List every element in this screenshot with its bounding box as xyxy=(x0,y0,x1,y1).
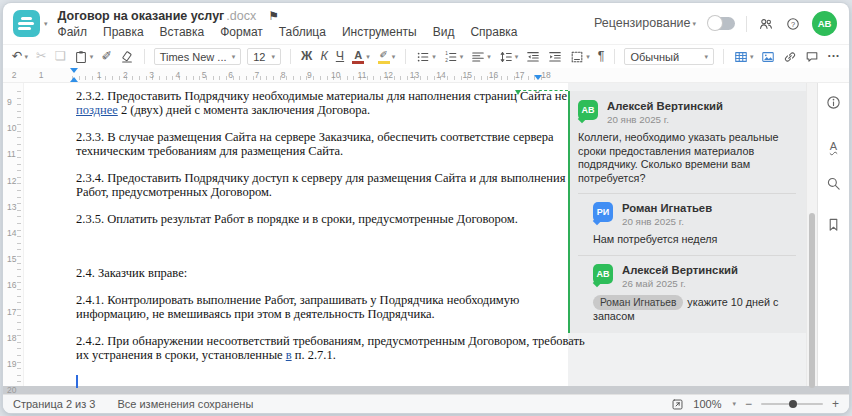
comment[interactable]: РИРоман Игнатьев20 янв 2025 г.Нам потреб… xyxy=(593,202,796,247)
highlight-color-button[interactable]: ✐ ▾ xyxy=(377,48,397,66)
table-icon xyxy=(734,50,748,64)
copy-button[interactable]: ❏ xyxy=(53,48,66,66)
comment[interactable]: АВАлексей Вертинский26 май 2025 г.Роман … xyxy=(593,264,796,324)
vertical-ruler[interactable]: 91011121314151617181920 xyxy=(3,83,24,386)
font-color-label: А xyxy=(354,50,362,60)
menu-item[interactable]: Правка xyxy=(103,25,144,39)
text-line: 2.4. Заказчик вправе: xyxy=(76,266,542,280)
align-button[interactable]: ▾ xyxy=(470,48,492,66)
zoom-in-button[interactable]: + xyxy=(832,397,839,411)
insert-image-button[interactable] xyxy=(760,48,776,66)
ruler-number: 15 xyxy=(7,254,16,264)
paragraphs-container: 2.3.2. Предоставить Подрядчику необходим… xyxy=(76,89,542,362)
search-button[interactable] xyxy=(826,176,841,195)
paragraph-shading-button[interactable]: ▾ xyxy=(569,48,591,66)
text-run: 2.3.5. Оплатить результат Работ в порядк… xyxy=(76,212,518,226)
bookmarks-button[interactable] xyxy=(826,217,841,236)
ruler-number: 1 xyxy=(39,70,44,80)
page-indicator[interactable]: Страница 2 из 3 xyxy=(13,398,95,410)
cut-button[interactable]: ✂ xyxy=(35,48,47,66)
insert-link-button[interactable] xyxy=(782,48,798,66)
ruler-number: 16 xyxy=(7,280,16,290)
zoom-value[interactable]: 100% xyxy=(693,398,721,410)
comment-author: Роман Игнатьев xyxy=(622,202,712,214)
ruler-number: 10 xyxy=(331,70,340,80)
app-menu-button[interactable]: ▾ xyxy=(13,10,48,37)
more-tools-button[interactable]: ··· xyxy=(826,48,841,66)
horizontal-ruler[interactable]: 21123456789101112131415161718 xyxy=(3,68,849,83)
menu-item[interactable]: Формат xyxy=(220,25,263,39)
insert-table-button[interactable]: ▾ xyxy=(733,48,755,66)
decrease-indent-button[interactable] xyxy=(525,48,541,66)
ruler-number: 17 xyxy=(515,70,524,80)
bold-button[interactable]: Ж xyxy=(300,48,313,66)
ruler-number: 13 xyxy=(7,202,16,212)
menu-item[interactable]: Справка xyxy=(470,25,517,39)
review-mode-dropdown[interactable]: Рецензирование ▾ xyxy=(593,15,697,33)
zoom-slider[interactable] xyxy=(761,403,823,405)
chevron-down-icon: ▾ xyxy=(392,53,396,60)
text-line: Работ, предусмотренных Договором. xyxy=(76,185,542,199)
favorite-flag-icon[interactable]: ⚑ xyxy=(268,9,279,23)
text-line: техническим требованиям для размещения С… xyxy=(76,144,542,158)
menu-item[interactable]: Файл xyxy=(58,25,88,39)
font-size-select[interactable]: 12▾ xyxy=(247,48,281,65)
comment-thread-card[interactable]: АВАлексей Вертинский20 янв 2025 г.Коллег… xyxy=(568,91,806,333)
italic-button[interactable]: К xyxy=(319,48,328,66)
divider xyxy=(405,49,406,64)
paste-button[interactable]: ▾ xyxy=(73,48,95,66)
ruler-number: 18 xyxy=(7,333,16,343)
search-icon xyxy=(826,176,841,191)
paragraph-style-select[interactable]: Обычный▾ xyxy=(624,48,714,65)
first-line-indent-marker[interactable] xyxy=(70,68,78,73)
document-title-row: Договор на оказание услуг .docx ⚑ xyxy=(58,9,518,23)
paragraph: 2.4.1. Контролировать выполнение Работ, … xyxy=(76,293,542,321)
clear-formatting-button[interactable] xyxy=(119,48,135,66)
ruler-number: 17 xyxy=(7,307,16,317)
document-page[interactable]: 2.3.2. Предоставить Подрядчику необходим… xyxy=(24,83,568,386)
font-color-button[interactable]: А ▾ xyxy=(351,48,371,66)
svg-text:?: ? xyxy=(791,19,795,28)
text-run: Работ, предусмотренных Договором. xyxy=(76,185,272,199)
font-name-select[interactable]: Times New ...▾ xyxy=(154,48,242,65)
info-icon xyxy=(826,95,841,110)
bullet-list-button[interactable]: ▾ xyxy=(415,48,437,66)
menu-item[interactable]: Инструменты xyxy=(342,25,417,39)
ruler-number: 14 xyxy=(436,70,445,80)
fit-page-icon[interactable] xyxy=(671,398,684,411)
ruler-number: 10 xyxy=(7,123,16,133)
vertical-scrollbar[interactable] xyxy=(806,83,817,386)
help-button[interactable]: ? xyxy=(785,15,801,33)
menu-item[interactable]: Таблица xyxy=(279,25,326,39)
header-center: Договор на оказание услуг .docx ⚑ ФайлПр… xyxy=(58,9,518,39)
ruler-number: 6 xyxy=(228,70,233,80)
user-avatar[interactable]: АВ xyxy=(812,11,837,36)
spellcheck-button[interactable]: А xyxy=(830,136,837,154)
format-painter-button[interactable]: ✐ xyxy=(100,48,112,66)
text-run: 2 (двух) дней с момента заключения Догов… xyxy=(118,103,370,117)
increase-indent-button[interactable] xyxy=(547,48,563,66)
comment-date: 20 янв 2025 г. xyxy=(607,114,723,125)
underline-button[interactable]: Ч xyxy=(335,48,345,66)
line-spacing-button[interactable]: ▾ xyxy=(498,48,520,66)
menu-item[interactable]: Вид xyxy=(433,25,455,39)
numbered-list-icon: 12 xyxy=(444,50,458,64)
menu-bar: ФайлПравкаВставкаФорматТаблицаИнструмент… xyxy=(58,25,518,39)
undo-button[interactable]: ↶▾ xyxy=(11,48,29,66)
menu-item[interactable]: Вставка xyxy=(160,25,205,39)
left-indent-marker[interactable] xyxy=(70,77,78,82)
scrollbar-thumb[interactable] xyxy=(809,213,815,388)
zoom-out-button[interactable]: − xyxy=(745,397,752,411)
horizontal-scrollbar[interactable] xyxy=(3,386,849,394)
right-sidebar: А xyxy=(817,83,849,386)
numbered-list-button[interactable]: 12 ▾ xyxy=(443,48,465,66)
insert-comment-button[interactable] xyxy=(804,48,820,66)
about-button[interactable] xyxy=(826,95,841,114)
collaboration-users-button[interactable] xyxy=(758,15,774,33)
style-name-value: Обычный xyxy=(630,51,679,63)
nonprinting-characters-button[interactable]: ¶ xyxy=(597,48,606,66)
zoom-slider-knob[interactable] xyxy=(789,400,797,408)
text-line: позднее 2 (двух) дней с момента заключен… xyxy=(76,103,542,117)
comment[interactable]: АВАлексей Вертинский20 янв 2025 г.Коллег… xyxy=(578,100,796,185)
review-display-toggle[interactable] xyxy=(708,17,735,30)
